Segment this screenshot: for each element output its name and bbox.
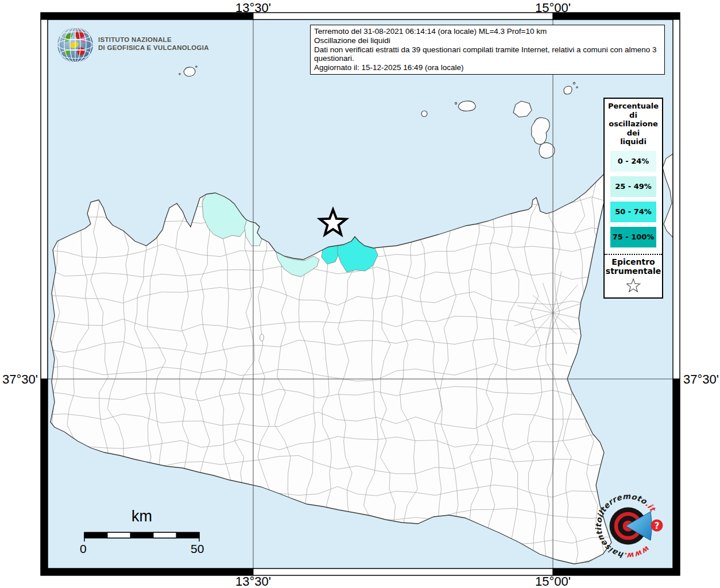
legend-title: Percentuale di oscillazione dei liquidi: [605, 102, 662, 146]
legend-class-0: 0 - 24%: [610, 151, 656, 172]
grid-label-bottom-left: 13°30': [235, 574, 271, 588]
ingv-wordmark: ISTITUTO NAZIONALE DI GEOFISICA E VULCAN…: [98, 36, 209, 52]
question-mark-icon: ?: [655, 521, 660, 531]
legend-epicenter-label: Epicentro strumentale: [605, 257, 662, 276]
info-line-updated: Aggiornato il: 15-12-2025 16:49 (ora loc…: [314, 63, 661, 72]
scale-unit-label: km: [84, 508, 199, 525]
small-lake: [260, 334, 264, 341]
legend-divider: [605, 254, 662, 255]
earthquake-info-box: Terremoto del 31-08-2021 06:14:14 (ora l…: [310, 25, 665, 75]
legend-star-icon: [625, 278, 642, 294]
scale-end-label: 50: [191, 542, 204, 556]
grid-label-right: 37°30': [683, 372, 719, 387]
info-line-event: Terremoto del 31-08-2021 06:14:14 (ora l…: [314, 27, 661, 36]
grid-label-top-right: 15°00': [535, 1, 571, 16]
grid-label-top-left: 13°30': [235, 1, 271, 16]
legend-class-1: 25 - 49%: [610, 176, 656, 197]
grid-label-left: 37°30': [0, 372, 38, 387]
ingv-globe-icon: [57, 27, 93, 63]
ingv-name-line2: DI GEOFISICA E VULCANOLOGIA: [98, 44, 209, 52]
grid-label-bottom-right: 15°00': [535, 574, 571, 588]
info-line-source: Dati non verificati estratti da 39 quest…: [314, 45, 661, 64]
legend-panel: Percentuale di oscillazione dei liquidi …: [603, 98, 663, 299]
info-line-effect: Oscillazione dei liquidi: [314, 36, 661, 45]
legend-class-3: 75 - 100%: [610, 227, 656, 247]
legend-class-2: 50 - 74%: [610, 202, 656, 222]
ingv-name-line1: ISTITUTO NAZIONALE: [98, 36, 209, 44]
macroseismic-map-page: www.haisentitoilterremoto.it ? 13°30' 15…: [0, 0, 720, 588]
scale-start-label: 0: [80, 542, 87, 556]
